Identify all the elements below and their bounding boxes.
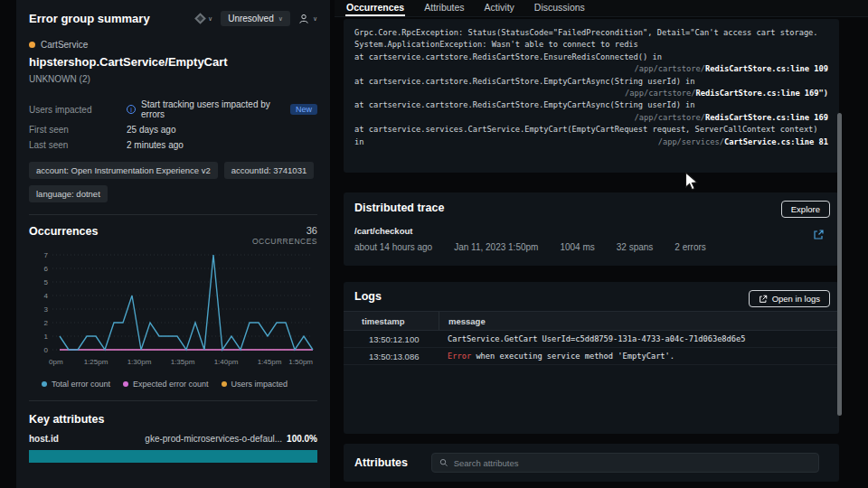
stack-trace-card[interactable]: Grpc.Core.RpcException: Status(StatusCod…: [344, 19, 839, 173]
legend-item[interactable]: Expected error count: [123, 380, 209, 389]
attributes-title: Attributes: [354, 456, 408, 469]
divider: [29, 214, 317, 215]
file-line: RedisCartStore.cs:line 109: [705, 64, 828, 73]
error-group-title: hipstershop.CartService/EmptyCart: [29, 55, 317, 69]
error-group-summary-panel: Error group summary ∨ Unresolved ∨ ∨: [16, 0, 330, 488]
trace-meta-item: 32 spans: [617, 242, 654, 252]
panel-header: Error group summary ∨ Unresolved ∨ ∨: [29, 0, 317, 26]
occurrences-count-label: OCCURRENCES: [252, 237, 317, 246]
new-badge: New: [290, 104, 317, 115]
occurrences-chart[interactable]: 012345670pm1:25pm1:30pm1:35pm1:40pm1:45p…: [29, 248, 317, 375]
svg-text:2: 2: [44, 319, 49, 327]
file-line: RedisCartStore.cs:line 169: [705, 113, 828, 122]
attributes-search-box[interactable]: [431, 453, 819, 473]
legend-label: Users impacted: [231, 380, 288, 389]
logs-table: timestamp message 13:50:12.100 CartServi…: [344, 311, 839, 365]
legend-dot-icon: [123, 381, 128, 387]
file-line: RedisCartStore.cs:line 169"): [696, 89, 828, 98]
log-row[interactable]: 13:50:12.100 CartService.GetCart UserId=…: [344, 331, 839, 348]
users-impacted-label: Users impacted: [29, 105, 127, 115]
explore-button[interactable]: Explore: [781, 201, 830, 218]
svg-text:1:50pm: 1:50pm: [288, 358, 313, 366]
log-message: Error when executing service method 'Emp…: [439, 352, 839, 361]
stack-trace-line: at cartservice.cartstore.RedisCartStore.…: [354, 52, 828, 63]
logs-card: Logs Open in logs timestamp message 1: [344, 282, 839, 434]
stack-trace-line: Grpc.Core.RpcException: Status(StatusCod…: [354, 27, 828, 39]
detail-region: Occurrences Attributes Activity Discussi…: [335, 0, 868, 488]
distributed-trace-card: Distributed trace Explore /cart/checkout…: [344, 192, 839, 266]
last-seen-value: 2 minutes ago: [127, 140, 317, 150]
trace-route-link[interactable]: /cart/checkout: [354, 226, 828, 236]
stack-trace-line: in /app/services/CartService.cs:line 81: [354, 136, 828, 148]
legend-item[interactable]: Users impacted: [222, 380, 288, 389]
file-path: /app/cartstore/: [625, 89, 695, 98]
log-message: CartService.GetCart UserId=c5dd8759-131a…: [439, 334, 839, 343]
attributes-search-input[interactable]: [454, 458, 811, 468]
chart-legend: Total error count Expected error count U…: [29, 380, 317, 389]
log-timestamp: 13:50:12.100: [344, 334, 439, 344]
service-row: CartService: [29, 40, 317, 50]
key-attributes-list: host.id gke-prod-microservices-o-defaul.…: [29, 434, 317, 463]
key-attribute: host.id gke-prod-microservices-o-defaul.…: [29, 434, 317, 463]
view-trace-icon[interactable]: [813, 229, 825, 240]
last-seen-label: Last seen: [29, 140, 127, 150]
file-path: /app/cartstore/: [635, 113, 705, 122]
tab[interactable]: Activity: [484, 0, 515, 16]
stack-trace-line: /app/cartstore/RedisCartStore.cs:line 16…: [354, 112, 828, 124]
file-path: /app/cartstore/: [635, 64, 705, 73]
external-link-icon: [759, 295, 768, 304]
file-path: /app/services/: [658, 137, 724, 146]
svg-text:6: 6: [44, 265, 49, 273]
log-row[interactable]: 13:50:13.086 Error when executing servic…: [344, 348, 839, 365]
stack-trace-line: at cartservice.cartstore.RedisCartStore.…: [354, 76, 828, 88]
logs-col-timestamp: timestamp: [344, 316, 439, 326]
tag-pill[interactable]: language: dotnet: [29, 185, 108, 202]
vertical-scrollbar-thumb[interactable]: [837, 113, 842, 416]
error-inbox-page: Error group summary ∨ Unresolved ∨ ∨: [0, 0, 868, 488]
file-line: CartService.cs:line 81: [724, 137, 828, 146]
users-impacted-value: i Start tracking users impacted by error…: [127, 99, 317, 119]
trace-meta-item: about 14 hours ago: [354, 242, 432, 252]
svg-text:1:40pm: 1:40pm: [214, 358, 239, 366]
svg-text:1:30pm: 1:30pm: [127, 358, 152, 366]
info-icon[interactable]: i: [127, 105, 136, 114]
attribute-value: gke-prod-microservices-o-defaul...100.0%: [145, 434, 317, 444]
attributes-card: Attributes: [344, 444, 839, 482]
trace-meta: about 14 hours ago Jan 11, 2023 1:50pm 1…: [354, 242, 828, 252]
header-controls: ∨ Unresolved ∨ ∨: [196, 11, 317, 26]
tab[interactable]: Attributes: [423, 0, 465, 16]
first-seen-value: 25 days ago: [127, 125, 317, 135]
log-timestamp: 13:50:13.086: [344, 352, 439, 361]
legend-dot-icon: [42, 381, 47, 387]
logs-rows: 13:50:12.100 CartService.GetCart UserId=…: [344, 331, 839, 365]
occurrences-header: Occurrences 36 OCCURRENCES: [29, 225, 317, 246]
person-icon: [298, 14, 309, 24]
legend-label: Total error count: [52, 380, 110, 389]
svg-text:7: 7: [44, 251, 49, 259]
divider: [29, 400, 317, 401]
detail-tabs: Occurrences Attributes Activity Discussi…: [335, 0, 868, 17]
summary-meta: Users impacted i Start tracking users im…: [29, 99, 317, 150]
error-type-label: UNKNOWN (2): [29, 74, 317, 84]
status-dropdown[interactable]: Unresolved ∨: [221, 11, 290, 26]
tab[interactable]: Discussions: [533, 0, 586, 16]
stack-trace-line: /app/cartstore/RedisCartStore.cs:line 16…: [354, 88, 828, 99]
legend-item[interactable]: Total error count: [42, 380, 110, 389]
chevron-down-icon: ∨: [208, 15, 212, 23]
tag-pill[interactable]: account: Open Instrumentation Experience…: [29, 162, 218, 179]
service-status-dot: [29, 42, 35, 48]
assignee-dropdown[interactable]: ∨: [298, 14, 317, 24]
key-attributes-title: Key attributes: [29, 413, 317, 426]
svg-text:1:45pm: 1:45pm: [258, 358, 282, 366]
attribute-name: host.id: [29, 434, 145, 444]
occurrences-count: 36 OCCURRENCES: [252, 225, 317, 246]
open-in-logs-button[interactable]: Open in logs: [749, 290, 830, 307]
svg-text:1:35pm: 1:35pm: [171, 358, 195, 366]
panel-title: Error group summary: [29, 12, 196, 25]
diamond-icon: [194, 13, 206, 24]
tag-pill[interactable]: accountId: 3741031: [224, 162, 314, 179]
stack-trace-line: at cartservice.cartstore.RedisCartStore.…: [354, 99, 828, 111]
svg-text:1: 1: [44, 333, 49, 341]
tab[interactable]: Occurrences: [345, 0, 405, 16]
entity-dropdown[interactable]: ∨: [196, 14, 212, 23]
